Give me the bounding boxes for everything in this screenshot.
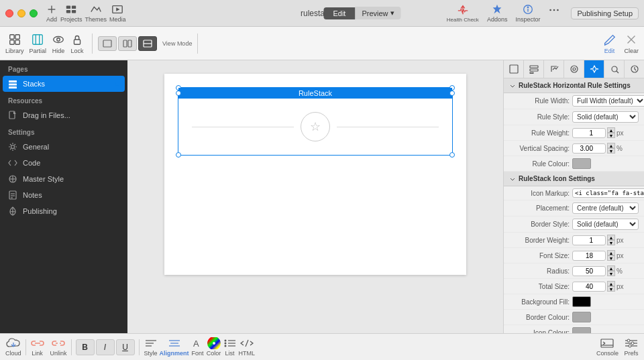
rule-style-select[interactable]: Solid (default) xyxy=(572,111,639,123)
maximize-button[interactable] xyxy=(30,9,38,17)
border-weight-up[interactable]: ▲ xyxy=(607,235,615,240)
style-label: Style xyxy=(144,350,158,357)
style-button[interactable]: Style xyxy=(144,337,158,357)
icon-settings-header[interactable]: RuleStack Icon Settings xyxy=(504,172,644,186)
panel-tab-4[interactable] xyxy=(564,60,584,78)
preview-button[interactable]: Preview ▾ xyxy=(355,7,400,19)
canvas-scroll[interactable]: RuleStack ☆ xyxy=(127,60,503,333)
console-button[interactable]: Console xyxy=(596,337,619,357)
publishing-setup-button[interactable]: Publishing Setup xyxy=(571,7,639,19)
hide-button[interactable]: Hide xyxy=(52,33,65,54)
handle-bl[interactable] xyxy=(176,152,181,158)
sidebar-item-notes[interactable]: Notes xyxy=(0,187,127,203)
font-size-input[interactable] xyxy=(572,251,606,261)
link-button[interactable]: Link xyxy=(30,337,45,357)
unlink-button[interactable]: Unlink xyxy=(50,337,67,357)
view-btn-1[interactable] xyxy=(98,36,117,51)
icon-markup-input[interactable] xyxy=(572,188,644,198)
edit-preview-toggle[interactable]: Edit Preview ▾ xyxy=(323,7,400,19)
total-size-input[interactable] xyxy=(572,282,606,292)
rule-weight-down[interactable]: ▼ xyxy=(607,133,615,138)
border-weight-input[interactable] xyxy=(572,235,606,245)
horizontal-rule-header[interactable]: RuleStack Horizontal Rule Settings xyxy=(504,78,644,93)
total-size-stepper[interactable]: ▲ ▼ xyxy=(607,281,615,292)
radius-down[interactable]: ▼ xyxy=(607,271,615,276)
border-style-select[interactable]: Solid (default) xyxy=(572,219,639,230)
font-button[interactable]: A Font xyxy=(191,337,205,357)
vertical-spacing-input[interactable] xyxy=(572,143,606,154)
cloud-group: Cloud xyxy=(5,337,21,357)
projects-button[interactable]: Projects xyxy=(60,3,83,23)
more-button[interactable] xyxy=(548,4,560,23)
partial-button[interactable]: Partial xyxy=(30,33,47,54)
sidebar-item-general[interactable]: General xyxy=(0,139,127,155)
panel-tab-2[interactable] xyxy=(524,60,544,78)
panel-tab-7[interactable] xyxy=(625,60,644,78)
total-size-up[interactable]: ▲ xyxy=(607,281,615,286)
panel-tabs xyxy=(504,60,644,78)
lock-button[interactable]: Lock xyxy=(70,33,84,54)
vertical-spacing-down[interactable]: ▼ xyxy=(607,148,615,154)
prefs-button[interactable]: Prefs xyxy=(624,337,639,357)
health-check-button[interactable]: Health Check xyxy=(447,4,479,23)
rule-weight-input[interactable]: 1 xyxy=(572,128,606,138)
clear-button[interactable]: Clear xyxy=(624,33,639,54)
edit-tool-button[interactable]: Edit xyxy=(602,33,616,54)
border-weight-down[interactable]: ▼ xyxy=(607,240,615,245)
italic-button[interactable]: I xyxy=(96,339,115,355)
sidebar-item-master-style[interactable]: Master Style xyxy=(0,171,127,187)
rule-weight-up[interactable]: ▲ xyxy=(607,127,615,133)
inspector-button[interactable]: Inspector xyxy=(515,3,540,23)
bold-button[interactable]: B xyxy=(76,339,95,355)
underline-button[interactable]: U xyxy=(116,339,135,355)
font-size-down[interactable]: ▼ xyxy=(607,255,615,261)
icon-colour-swatch[interactable] xyxy=(572,327,591,333)
radius-input[interactable] xyxy=(572,266,606,276)
view-btn-3[interactable] xyxy=(138,36,157,51)
themes-button[interactable]: Themes xyxy=(85,3,107,23)
total-size-down[interactable]: ▼ xyxy=(607,286,615,292)
rule-colour-swatch[interactable] xyxy=(572,158,591,169)
rule-colour-label: Rule Colour: xyxy=(509,160,570,168)
radius-up[interactable]: ▲ xyxy=(607,265,615,271)
icon-markup-row: Icon Markup: xyxy=(504,186,644,200)
sidebar-item-stacks[interactable]: Stacks xyxy=(3,76,125,92)
library-button[interactable]: Library xyxy=(5,33,24,54)
html-button[interactable]: HTML xyxy=(239,337,256,357)
handle-br[interactable] xyxy=(449,152,455,158)
font-size-stepper[interactable]: ▲ ▼ xyxy=(607,250,615,261)
rule-width-select[interactable]: Full Width (default) xyxy=(572,95,644,107)
alignment-button[interactable]: Alignment xyxy=(160,337,189,357)
addons-button[interactable]: Addons xyxy=(487,3,508,23)
view-btn-2[interactable] xyxy=(118,36,137,51)
panel-tab-1[interactable] xyxy=(504,60,524,78)
panel-tab-3[interactable] xyxy=(544,60,564,78)
color-button[interactable]: Color xyxy=(207,337,221,357)
minimize-button[interactable] xyxy=(17,9,25,17)
border-weight-stepper[interactable]: ▲ ▼ xyxy=(607,235,615,245)
cloud-button[interactable]: Cloud xyxy=(5,337,21,357)
close-button[interactable] xyxy=(5,9,13,17)
rulestack-container[interactable]: RuleStack ☆ xyxy=(178,87,453,156)
sidebar-item-drag-files[interactable]: Drag in Files... xyxy=(0,107,127,123)
handle-right[interactable] xyxy=(449,91,455,96)
handle-left[interactable] xyxy=(176,91,181,96)
font-size-up[interactable]: ▲ xyxy=(607,250,615,255)
radius-stepper[interactable]: ▲ ▼ xyxy=(607,265,615,276)
add-button[interactable]: Add xyxy=(46,3,58,23)
bg-fill-swatch[interactable] xyxy=(572,296,591,307)
sidebar-item-publishing[interactable]: Publishing xyxy=(0,203,127,219)
sidebar-item-code[interactable]: Code xyxy=(0,155,127,171)
placement-select[interactable]: Centre (default) xyxy=(572,202,639,214)
border-colour-swatch[interactable] xyxy=(572,312,591,322)
vertical-spacing-stepper[interactable]: ▲ ▼ xyxy=(607,143,615,154)
media-button[interactable]: Media xyxy=(109,3,126,23)
panel-tab-5[interactable] xyxy=(584,60,604,78)
rule-weight-stepper[interactable]: ▲ ▼ xyxy=(607,127,615,138)
rulestack-widget[interactable]: RuleStack ☆ xyxy=(178,87,453,156)
svg-rect-25 xyxy=(123,40,127,47)
vertical-spacing-up[interactable]: ▲ xyxy=(607,143,615,148)
panel-tab-6[interactable] xyxy=(604,60,625,78)
list-button[interactable]: List xyxy=(223,337,237,357)
edit-button[interactable]: Edit xyxy=(323,7,355,19)
